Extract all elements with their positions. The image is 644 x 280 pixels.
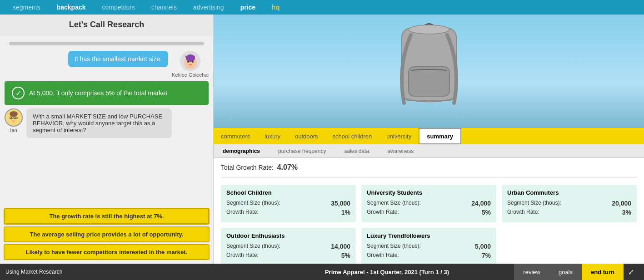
ian-message-row: Ian With a small MARKET SIZE and low PUR…: [5, 108, 209, 138]
growth-label-university: Growth Rate:: [367, 209, 399, 216]
segment-tabs: commuters luxury outdoors school childre…: [214, 128, 644, 144]
segment-name-commuters: Urban Commuters: [507, 189, 631, 196]
segment-card-university: University Students Segment Size (thous)…: [361, 185, 496, 222]
top-navigation: segments backpack competitors channels a…: [0, 0, 644, 15]
nav-segments[interactable]: segments: [5, 4, 49, 11]
summary-content: Total Growth Rate: 4.07% School Children…: [214, 158, 644, 264]
user-avatar: [180, 51, 200, 71]
suggestion-btn-1[interactable]: The average selling price provides a lot…: [4, 226, 210, 242]
size-label-outdoor: Segment Size (thous):: [226, 243, 280, 250]
svg-point-9: [15, 118, 17, 119]
svg-point-13: [10, 111, 18, 117]
gray-bar: [9, 42, 204, 45]
growth-value-school: 1%: [341, 209, 350, 216]
bottom-right-buttons: review goals end turn ⤢: [514, 264, 639, 280]
segment-growth-row-luxury: Growth Rate: 7%: [367, 252, 491, 259]
svg-point-8: [11, 118, 12, 119]
bottom-center-text: Prime Apparel - 1st Quarter, 2021 (Turn …: [260, 269, 514, 275]
segment-card-outdoor: Outdoor Enthusiasts Segment Size (thous)…: [221, 228, 356, 264]
nav-hq[interactable]: hq: [264, 4, 288, 11]
svg-point-2: [187, 61, 189, 63]
seg-tab-commuters[interactable]: commuters: [214, 128, 257, 144]
suggestion-btn-0[interactable]: The growth rate is still the highest at …: [4, 208, 210, 225]
seg-tab-outdoors[interactable]: outdoors: [288, 128, 325, 144]
data-tab-awareness[interactable]: awareness: [378, 144, 423, 157]
segment-size-row-commuters: Segment Size (thous): 20,000: [507, 200, 631, 207]
data-tab-demographics[interactable]: demographics: [214, 144, 269, 157]
nav-channels[interactable]: channels: [143, 4, 185, 11]
nav-backpack[interactable]: backpack: [49, 4, 94, 11]
size-label-commuters: Segment Size (thous):: [507, 200, 561, 207]
size-label-university: Segment Size (thous):: [367, 200, 421, 207]
green-message-text: At 5,000, it only comprises 5% of the to…: [29, 89, 167, 97]
green-message: ✓ At 5,000, it only comprises 5% of the …: [5, 81, 209, 105]
size-value-school: 35,000: [331, 200, 350, 207]
growth-label-luxury: Growth Rate:: [367, 252, 399, 259]
size-value-outdoor: 14,000: [331, 243, 350, 250]
segment-name-school: School Children: [226, 189, 350, 196]
segment-name-luxury: Luxury Trendfollowers: [367, 232, 491, 239]
user-message-row: It has the smallest market size.: [5, 51, 209, 78]
svg-rect-15: [409, 67, 449, 96]
nav-advertising[interactable]: advertising: [185, 4, 232, 11]
growth-label-outdoor: Growth Rate:: [226, 252, 259, 259]
ian-name: Ian: [10, 128, 17, 133]
growth-value-commuters: 3%: [622, 209, 631, 216]
suggestion-buttons: The growth rate is still the highest at …: [0, 208, 213, 264]
svg-point-16: [409, 25, 449, 34]
main-layout: Let's Call Research It has the smallest …: [0, 15, 644, 264]
seg-tab-summary[interactable]: summary: [419, 128, 461, 144]
growth-label-commuters: Growth Rate:: [507, 209, 539, 216]
total-growth-row: Total Growth Rate: 4.07%: [221, 163, 637, 177]
ian-avatar: [5, 108, 23, 127]
segment-name-university: University Students: [367, 189, 491, 196]
ian-bubble: With a small MARKET SIZE and low PURCHAS…: [26, 108, 172, 138]
total-growth-label: Total Growth Rate:: [221, 164, 274, 171]
backpack-hero: [214, 15, 644, 128]
segments-grid: School Children Segment Size (thous): 35…: [221, 185, 637, 264]
growth-value-outdoor: 5%: [341, 252, 350, 259]
segment-size-row-luxury: Segment Size (thous): 5,000: [367, 243, 491, 250]
end-turn-button[interactable]: end turn: [582, 264, 624, 280]
left-panel: Let's Call Research It has the smallest …: [0, 15, 214, 264]
seg-tab-school[interactable]: school children: [325, 128, 379, 144]
total-growth-value: 4.07%: [277, 163, 298, 171]
segment-size-row-university: Segment Size (thous): 24,000: [367, 200, 491, 207]
segment-size-row-outdoor: Segment Size (thous): 14,000: [226, 243, 350, 250]
segment-card-commuters: Urban Commuters Segment Size (thous): 20…: [502, 185, 637, 222]
data-tabs: demographics purchase frequency sales da…: [214, 144, 644, 158]
segment-growth-row-university: Growth Rate: 5%: [367, 209, 491, 216]
user-name: Keklee Gbleehai: [172, 72, 209, 78]
bottom-bar: Using Market Research Prime Apparel - 1s…: [0, 264, 644, 280]
chat-area: It has the smallest market size.: [0, 35, 213, 208]
panel-title: Let's Call Research: [0, 15, 213, 35]
data-tab-purchase-freq[interactable]: purchase frequency: [269, 144, 335, 157]
goals-button[interactable]: goals: [549, 264, 582, 280]
backpack-svg: [388, 21, 470, 121]
segment-size-row-school: Segment Size (thous): 35,000: [226, 200, 350, 207]
data-tab-sales[interactable]: sales data: [335, 144, 378, 157]
growth-label-school: Growth Rate:: [226, 209, 259, 216]
check-icon: ✓: [12, 87, 25, 99]
svg-point-3: [192, 61, 194, 63]
size-value-luxury: 5,000: [475, 243, 491, 250]
right-panel: commuters luxury outdoors school childre…: [214, 15, 644, 264]
segment-growth-row-commuters: Growth Rate: 3%: [507, 209, 631, 216]
expand-button[interactable]: ⤢: [624, 264, 639, 280]
segment-card-luxury: Luxury Trendfollowers Segment Size (thou…: [361, 228, 496, 264]
user-bubble: It has the smallest market size.: [68, 51, 168, 67]
size-value-commuters: 20,000: [612, 200, 631, 207]
review-button[interactable]: review: [514, 264, 549, 280]
nav-competitors[interactable]: competitors: [94, 4, 143, 11]
growth-value-university: 5%: [482, 209, 491, 216]
nav-price[interactable]: price: [232, 4, 264, 11]
seg-tab-luxury[interactable]: luxury: [257, 128, 288, 144]
seg-tab-university[interactable]: university: [379, 128, 419, 144]
size-label-luxury: Segment Size (thous):: [367, 243, 421, 250]
segment-card-school: School Children Segment Size (thous): 35…: [221, 185, 356, 222]
segment-growth-row-school: Growth Rate: 1%: [226, 209, 350, 216]
size-label-school: Segment Size (thous):: [226, 200, 280, 207]
size-value-university: 24,000: [471, 200, 491, 207]
suggestion-btn-2[interactable]: Likely to have fewer competitors interes…: [4, 244, 210, 260]
segment-growth-row-outdoor: Growth Rate: 5%: [226, 252, 350, 259]
